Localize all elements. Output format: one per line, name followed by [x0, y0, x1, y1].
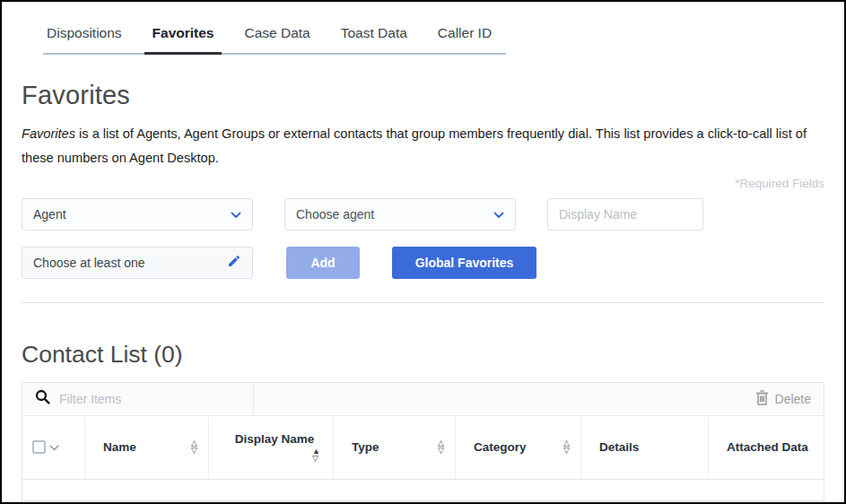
- tab-bar: Dispositions Favorites Case Data Toast D…: [2, 2, 844, 55]
- description-intro: Favorites: [22, 126, 75, 141]
- tab-toast-data[interactable]: Toast Data: [339, 25, 409, 53]
- settings-page: Dispositions Favorites Case Data Toast D…: [0, 0, 846, 504]
- sort-icon[interactable]: [563, 440, 570, 454]
- table-toolbar: Delete: [22, 383, 824, 416]
- select-all-header-cell: [22, 416, 85, 479]
- description-rest: is a list of Agents, Agent Groups or ext…: [22, 126, 807, 165]
- select-all-checkbox[interactable]: [32, 440, 46, 454]
- column-header-category[interactable]: Category: [456, 416, 581, 479]
- column-header-display-name[interactable]: Display Name: [209, 416, 334, 479]
- empty-table-body: [22, 480, 824, 500]
- global-favorites-button[interactable]: Global Favorites: [392, 247, 536, 279]
- required-fields-note: *Required Fields: [22, 177, 824, 190]
- column-label: Type: [352, 440, 379, 454]
- choose-agent-select[interactable]: Choose agent: [284, 198, 516, 230]
- add-button[interactable]: Add: [286, 247, 360, 279]
- toolbar-spacer: [254, 383, 743, 415]
- select-menu-chevron-icon[interactable]: [49, 440, 59, 454]
- chevron-down-icon: [493, 207, 504, 222]
- sort-icon[interactable]: [438, 440, 444, 454]
- delete-button-label: Delete: [775, 392, 811, 406]
- column-label: Display Name: [235, 432, 315, 446]
- favorite-form-row-1: Agent Choose agent: [22, 198, 824, 230]
- filter-cell: [22, 383, 254, 415]
- column-header-details: Details: [581, 416, 709, 479]
- choose-agent-select-value: Choose agent: [296, 207, 374, 222]
- delete-button[interactable]: Delete: [743, 383, 824, 415]
- favorite-type-select[interactable]: Agent: [22, 198, 253, 230]
- display-name-input[interactable]: [547, 198, 703, 230]
- favorite-form-row-2: Choose at least one Add Global Favorites: [22, 247, 824, 279]
- chevron-down-icon: [231, 207, 241, 222]
- column-header-attached-data: Attached Data: [709, 416, 824, 479]
- trash-icon: [755, 390, 769, 408]
- tab-dispositions[interactable]: Dispositions: [45, 25, 124, 53]
- column-label: Category: [474, 440, 527, 454]
- tab-caller-id[interactable]: Caller ID: [436, 25, 493, 53]
- tab-favorites[interactable]: Favorites: [151, 25, 216, 53]
- column-header-name[interactable]: Name: [85, 416, 209, 479]
- page-description: Favorites is a list of Agents, Agent Gro…: [22, 122, 824, 170]
- favorite-type-select-value: Agent: [33, 207, 66, 222]
- sort-icon[interactable]: [312, 448, 320, 462]
- column-label: Details: [599, 440, 639, 454]
- tab-case-data[interactable]: Case Data: [242, 25, 311, 53]
- contact-list-title: Contact List (0): [22, 341, 824, 369]
- filter-items-input[interactable]: [59, 392, 244, 406]
- column-label: Name: [103, 440, 136, 454]
- search-icon: [35, 389, 50, 408]
- column-header-type[interactable]: Type: [334, 416, 456, 479]
- edit-pencil-icon[interactable]: [227, 254, 241, 271]
- sort-icon[interactable]: [191, 440, 197, 454]
- choose-at-least-one-value: Choose at least one: [33, 256, 145, 270]
- choose-at-least-one-field[interactable]: Choose at least one: [22, 247, 253, 279]
- table-header-row: Name Display Name Type: [22, 416, 824, 480]
- contact-list-table: Delete Name Dis: [22, 382, 824, 501]
- page-title: Favorites: [22, 81, 824, 110]
- section-divider: [22, 302, 824, 303]
- column-label: Attached Data: [727, 440, 808, 454]
